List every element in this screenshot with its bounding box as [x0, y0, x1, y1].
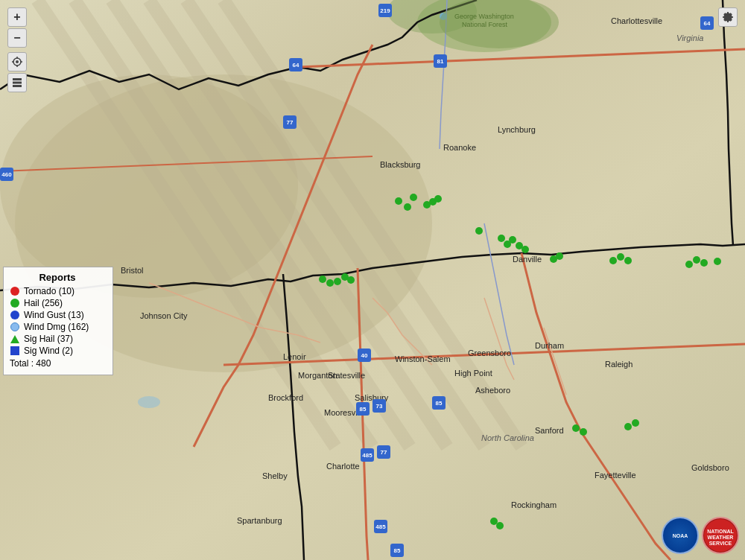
interstate-485-s: 485 [374, 520, 387, 533]
svg-text:NATIONAL: NATIONAL [707, 529, 734, 534]
zoom-out-button[interactable]: − [7, 28, 27, 48]
hail-point [714, 258, 721, 265]
legend-item-tornado: Tornado (10) [10, 286, 105, 296]
settings-button[interactable] [718, 7, 738, 27]
map-controls: + − [7, 7, 27, 92]
city-bristol: Bristol [121, 266, 144, 275]
hail-point [685, 261, 693, 268]
hail-point [410, 194, 417, 201]
hail-point [326, 279, 334, 287]
zoom-in-button[interactable]: + [7, 7, 27, 27]
hail-point [334, 278, 341, 285]
city-lynchburg: Lynchburg [498, 125, 536, 134]
hail-point [609, 257, 617, 264]
hail-point [556, 252, 563, 260]
city-charlottesville: Charlottesville [611, 16, 662, 25]
city-statesville: Statesville [328, 371, 365, 380]
interstate-77: 77 [283, 115, 297, 129]
interstate-485: 485 [361, 448, 374, 462]
hail-point [632, 419, 639, 427]
svg-point-17 [16, 60, 19, 63]
legend-box: Reports Tornado (10) Hail (256) Wind Gus… [3, 267, 113, 375]
interstate-85-ss: 85 [390, 544, 404, 557]
interstate-64-e: 64 [700, 16, 714, 30]
interstate-460: 460 [0, 168, 13, 181]
label-north-carolina: North Carolina [481, 433, 534, 442]
legend-label-sig-hail: Sig Hail (37) [24, 334, 73, 344]
legend-label-sig-wind: Sig Wind (2) [24, 346, 73, 356]
legend-item-wind-gust: Wind Gust (13) [10, 310, 105, 320]
legend-label-hail: Hail (256) [24, 298, 63, 308]
tornado-icon [10, 286, 20, 296]
hail-point [700, 259, 708, 267]
wind-dmg-icon [10, 322, 20, 332]
legend-total: Total : 480 [10, 358, 105, 369]
city-asheboro: Asheboro [475, 386, 510, 395]
interstate-73: 73 [372, 399, 386, 413]
city-shelby: Shelby [262, 471, 288, 480]
hail-point [624, 423, 632, 430]
city-johnson-city: Johnson City [140, 311, 188, 320]
svg-point-12 [138, 396, 160, 408]
sig-hail-icon [10, 334, 20, 344]
legend-label-tornado: Tornado (10) [24, 286, 74, 296]
hail-point [395, 197, 402, 205]
hail-point [404, 203, 411, 211]
hail-point [496, 522, 504, 529]
hail-point [580, 428, 587, 436]
hail-point [347, 276, 355, 284]
interstate-77-s: 77 [377, 445, 390, 459]
hail-point [617, 253, 624, 261]
hail-point [319, 276, 326, 283]
svg-text:SERVICE: SERVICE [709, 541, 732, 546]
svg-text:National Forest: National Forest [462, 21, 508, 28]
noaa-logo: NOAA [662, 517, 699, 554]
hail-point [624, 257, 632, 264]
city-lenoir: Lenoir [283, 352, 306, 361]
hail-point [434, 195, 442, 203]
wind-gust-icon [10, 310, 20, 320]
hail-point [522, 246, 529, 253]
city-raleigh: Raleigh [605, 360, 633, 369]
svg-rect-24 [13, 85, 22, 87]
interstate-64: 64 [289, 58, 302, 71]
svg-rect-23 [13, 82, 22, 84]
legend-item-hail: Hail (256) [10, 298, 105, 308]
svg-text:WEATHER: WEATHER [708, 535, 734, 540]
city-brockford: Brockford [268, 393, 303, 402]
legend-item-sig-hail: Sig Hail (37) [10, 334, 105, 344]
logos-container: NOAA NATIONAL WEATHER SERVICE [662, 517, 739, 554]
label-virginia: Virginia [676, 34, 704, 42]
legend-item-sig-wind: Sig Wind (2) [10, 346, 105, 356]
hail-point [475, 227, 483, 235]
city-blacksburg: Blacksburg [380, 160, 420, 169]
legend-label-wind-gust: Wind Gust (13) [24, 310, 84, 320]
city-roanoke: Roanoke [443, 143, 476, 152]
legend-title: Reports [10, 272, 105, 283]
city-rockingham: Rockingham [511, 500, 557, 509]
layers-button[interactable] [7, 73, 27, 92]
hail-point [509, 236, 516, 244]
hail-point [693, 256, 700, 264]
city-charlotte: Charlotte [326, 462, 360, 471]
city-spartanburg: Spartanburg [237, 516, 282, 525]
city-winston-salem: Winston-Salem [395, 354, 451, 363]
interstate-85-s: 85 [356, 402, 370, 416]
interstate-81: 81 [434, 54, 447, 68]
city-greensboro: Greensboro [468, 349, 511, 357]
city-high-point: High Point [454, 369, 492, 378]
hail-point [572, 424, 580, 432]
map-container: George Washington National Forest Roanok… [0, 0, 745, 560]
interstate-85-n: 85 [432, 396, 446, 410]
city-sanford: Sanford [535, 426, 564, 435]
city-danville: Danville [513, 255, 542, 264]
legend-label-wind-dmg: Wind Dmg (162) [24, 322, 89, 332]
location-button[interactable] [7, 52, 27, 71]
legend-item-wind-dmg: Wind Dmg (162) [10, 322, 105, 332]
svg-text:George Washington: George Washington [454, 13, 514, 20]
svg-rect-22 [13, 78, 22, 80]
nws-logo: NATIONAL WEATHER SERVICE [702, 517, 739, 554]
city-goldsboro: Goldsboro [691, 463, 729, 472]
interstate-219: 219 [378, 4, 392, 17]
interstate-40: 40 [358, 349, 371, 362]
